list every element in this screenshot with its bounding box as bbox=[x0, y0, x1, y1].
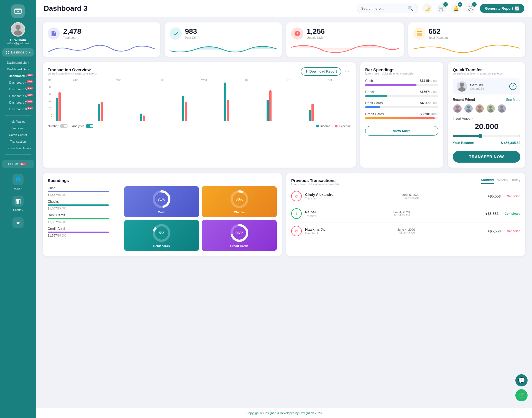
bar-chart bbox=[55, 83, 351, 121]
sidebar-item-invoices[interactable]: Invoices bbox=[10, 125, 26, 132]
spendings-more-btn[interactable]: ··· bbox=[431, 67, 438, 74]
svg-point-17 bbox=[500, 106, 503, 109]
paid-emi-chart bbox=[170, 42, 277, 56]
search-bar[interactable]: 🔍 bbox=[357, 4, 418, 13]
cart-float-btn[interactable]: 🛒 bbox=[515, 389, 528, 401]
theme-toggle-btn[interactable]: 🌙 bbox=[422, 3, 432, 13]
sidebar-item-dashboard-3[interactable]: Dashboard 3 New bbox=[2, 73, 34, 79]
tab-today[interactable]: Today bbox=[511, 178, 520, 184]
badge-new-4: New bbox=[27, 80, 33, 83]
sidebar-item-dashboard-5[interactable]: Dashboard 5 New bbox=[2, 86, 34, 93]
svg-point-9 bbox=[456, 106, 459, 109]
generate-report-btn[interactable]: Generate Report 📈 bbox=[480, 4, 524, 13]
charts-label: Charts › bbox=[13, 209, 23, 212]
sidebar-logo[interactable] bbox=[11, 4, 25, 18]
amount-slider[interactable] bbox=[453, 134, 520, 138]
badge-new-7: New bbox=[27, 100, 33, 103]
sidebar: Hi,William william@gmail.com Dashboard ▾… bbox=[0, 0, 36, 418]
sidebar-item-dashboard-4[interactable]: Dashboard 4 New bbox=[2, 79, 34, 86]
quick-transfer-more-btn[interactable]: ··· bbox=[513, 67, 520, 74]
bar-spendings-title: Bar Spendings bbox=[365, 67, 415, 72]
unpaid-emi-value: 1,256 bbox=[307, 27, 325, 35]
sidebar-item-dashboard-light[interactable]: Dashboard Light bbox=[2, 59, 34, 66]
spending-row-cash: Cash $1415/$2000 bbox=[365, 79, 438, 86]
contact-handle: @sam224 bbox=[470, 87, 484, 90]
prev-tx-title: Previous Transactions bbox=[291, 178, 341, 183]
svg-point-12 bbox=[466, 109, 471, 112]
spendings-list: Cash $1,567/$5,000 Checks $1,567/$5,000 … bbox=[48, 186, 124, 251]
support-float-btn[interactable]: 💬 bbox=[515, 374, 528, 386]
cms-btn[interactable]: ⚙ CMS New › bbox=[2, 160, 34, 168]
sidebar-nav: Dashboard Light Dashboard Dark Dashboard… bbox=[2, 59, 34, 112]
svg-point-13 bbox=[478, 106, 481, 109]
spending-bars: Cash $1415/$2000 Checks $1567/$5000 bbox=[365, 79, 438, 119]
tab-weekly[interactable]: Weekly bbox=[497, 178, 508, 184]
see-more-link[interactable]: See More bbox=[506, 98, 520, 102]
sidebar-item-cards[interactable]: Cards Center bbox=[7, 132, 29, 138]
tab-monthly[interactable]: Monthly bbox=[481, 178, 494, 184]
sidebar-item-transaction[interactable]: Transaction bbox=[8, 138, 28, 145]
transaction-item-1: ↓ Paipal Transfer June 4, 2020 05:34:45 … bbox=[291, 205, 520, 222]
view-more-btn[interactable]: View More bbox=[365, 126, 438, 136]
donut-grid: 71% Cash 30% Checks bbox=[124, 186, 277, 251]
friend-avatar-5[interactable] bbox=[497, 104, 507, 113]
svg-text:96%: 96% bbox=[236, 231, 244, 235]
svg-point-18 bbox=[499, 109, 504, 112]
sidebar-item-transaction-details[interactable]: Transaction Details bbox=[3, 145, 33, 152]
sidebar-item-dashboard-7[interactable]: Dashboard 7 New bbox=[2, 99, 34, 106]
sidebar-item-dashboard-dark[interactable]: Dashboard Dark bbox=[2, 66, 34, 73]
stat-card-paid-emi: 983 Paid EMI bbox=[165, 22, 282, 57]
svg-point-1 bbox=[14, 30, 22, 35]
svg-point-8 bbox=[458, 87, 466, 92]
quick-transfer-card: Quick Transfer Lorem ipsum dolor sit ame… bbox=[448, 62, 525, 168]
svg-text:5%: 5% bbox=[159, 231, 165, 235]
charts-icon-btn[interactable]: 📊 bbox=[12, 196, 24, 207]
sidebar-item-wallet[interactable]: My Wallet bbox=[9, 118, 27, 125]
stat-card-total-payment: 652 Total Payment bbox=[408, 22, 526, 57]
svg-point-11 bbox=[467, 106, 470, 109]
sidebar-item-dashboard-6[interactable]: Dashboard 6 New bbox=[2, 93, 34, 99]
badge-new-6: New bbox=[27, 94, 33, 96]
search-input[interactable] bbox=[361, 6, 405, 11]
user-avatar bbox=[11, 22, 25, 37]
transaction-overview-title: Transaction Overview bbox=[48, 67, 97, 72]
friend-avatar-2[interactable] bbox=[464, 104, 473, 113]
badge-new-5: New bbox=[27, 87, 33, 89]
friend-avatar-1[interactable] bbox=[453, 104, 462, 113]
day-labels: SunMonTueWedThuFriSat bbox=[55, 78, 351, 81]
sidebar-dashboard-btn[interactable]: Dashboard ▾ bbox=[2, 48, 34, 57]
bell-icon: 🔔 bbox=[453, 6, 459, 11]
contact-avatar bbox=[457, 81, 467, 92]
contact-check-icon[interactable]: ✓ bbox=[509, 83, 516, 90]
analytics-toggle: Analytics bbox=[72, 124, 93, 128]
paid-emi-label: Paid EMI bbox=[185, 36, 198, 39]
chat-btn[interactable]: 💬 5 bbox=[466, 3, 475, 13]
star-icon-btn[interactable]: ★ bbox=[12, 217, 24, 228]
overview-more-btn[interactable]: ··· bbox=[343, 68, 351, 75]
sidebar-item-dashboard-8[interactable]: Dashboard 8 New bbox=[2, 106, 34, 112]
cart-badge: 2 bbox=[443, 2, 448, 7]
friend-avatar-3[interactable] bbox=[475, 104, 484, 113]
header-right: 🔍 🌙 🛒 2 🔔 12 💬 5 Generate Report 📈 bbox=[357, 3, 524, 13]
star-section: ★ bbox=[2, 216, 34, 229]
total-payment-label: Total Payment bbox=[429, 36, 448, 39]
total-payment-value: 652 bbox=[429, 27, 448, 35]
transfer-now-btn[interactable]: TRANSFER NOW bbox=[453, 151, 520, 163]
apps-icon-btn[interactable]: 🌐 bbox=[12, 174, 24, 185]
spendings-card: Spendings Cash $1,567/$5,000 Checks $1,5… bbox=[43, 173, 282, 256]
svg-point-7 bbox=[460, 83, 464, 87]
moon-icon: 🌙 bbox=[424, 6, 430, 11]
bell-btn[interactable]: 🔔 12 bbox=[451, 3, 461, 13]
badge-new-3: New bbox=[27, 74, 33, 76]
spending-row-debit: Debit Cards $487/$10000 bbox=[365, 101, 438, 108]
spending-item-debit: Debit Cards $1,567/$5,000 bbox=[48, 213, 124, 224]
friend-avatar-4[interactable] bbox=[486, 104, 495, 113]
cart-btn[interactable]: 🛒 2 bbox=[437, 3, 447, 13]
bar-spendings-subtitle: Lorem ipsum dolor sit amet, consectetur bbox=[365, 72, 415, 75]
paid-emi-value: 983 bbox=[185, 27, 198, 35]
tx-status-1: Completed bbox=[505, 212, 520, 215]
recent-friend-label: Recent Friend bbox=[453, 98, 475, 102]
balance-label: Your Balance bbox=[453, 141, 474, 145]
tx-icon-0: ↻ bbox=[291, 191, 302, 201]
download-report-btn[interactable]: ⬇ Download Report bbox=[301, 67, 341, 76]
